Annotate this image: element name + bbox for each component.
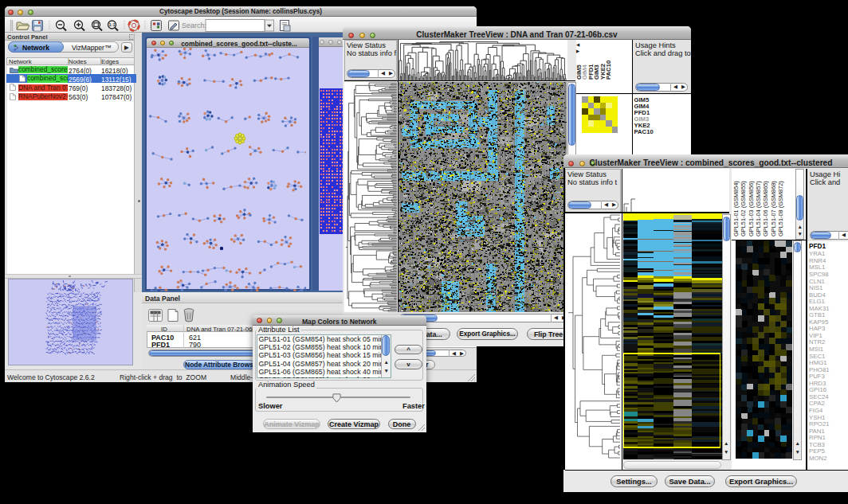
svg-text:1:1: 1:1 [109, 22, 116, 27]
